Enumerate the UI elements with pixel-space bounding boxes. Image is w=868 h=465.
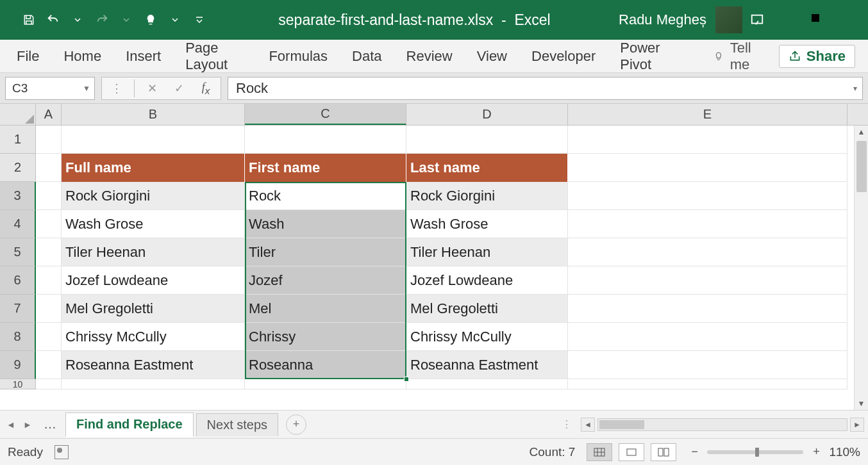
table-header-first-name[interactable]: First name [245, 154, 406, 182]
cell[interactable]: Jozef Lowdeane [406, 266, 568, 295]
tab-data[interactable]: Data [348, 44, 385, 69]
tab-file[interactable]: File [13, 44, 43, 69]
cell[interactable]: Chrissy McCully [406, 323, 568, 351]
redo-button[interactable] [91, 9, 113, 31]
cell[interactable] [62, 379, 245, 389]
cell[interactable] [36, 154, 62, 182]
sheet-tab-active[interactable]: Find and Replace [65, 412, 194, 437]
column-header-C[interactable]: C [245, 104, 406, 125]
new-sheet-button[interactable]: + [286, 414, 306, 435]
save-button[interactable] [18, 9, 40, 31]
tell-me[interactable]: Tell me [714, 40, 762, 73]
cell[interactable]: Mel [245, 295, 406, 323]
spreadsheet-grid[interactable]: A B C D E 1 2 Full name First name Last … [0, 104, 868, 410]
cell[interactable] [568, 238, 847, 266]
cell[interactable] [36, 210, 62, 238]
vertical-scrollbar[interactable]: ▲ ▼ [854, 126, 868, 410]
scroll-up-button[interactable]: ▲ [858, 126, 865, 138]
tab-power-pivot[interactable]: Power Pivot [616, 36, 680, 77]
cell[interactable]: Chrissy McCully [62, 323, 245, 351]
page-break-view-button[interactable] [651, 443, 676, 461]
tab-review[interactable]: Review [403, 44, 456, 69]
cell[interactable]: Chrissy [245, 323, 406, 351]
cell[interactable]: Roseanna Eastment [406, 351, 568, 379]
cell[interactable]: Roseanna Eastment [62, 351, 245, 379]
ideas-button[interactable] [140, 9, 162, 31]
zoom-out-button[interactable]: − [688, 446, 701, 459]
tab-formulas[interactable]: Formulas [265, 44, 331, 69]
cell[interactable] [568, 182, 847, 210]
minimize-button[interactable] [780, 13, 791, 27]
share-button[interactable]: Share [779, 45, 855, 68]
cell[interactable] [62, 126, 245, 154]
row-header[interactable]: 9 [0, 351, 36, 379]
redo-dropdown[interactable] [115, 9, 137, 31]
macro-record-icon[interactable] [54, 445, 69, 459]
cell[interactable] [568, 126, 847, 154]
enter-formula-button[interactable]: ✓ [167, 79, 191, 98]
cell[interactable] [568, 379, 847, 389]
page-layout-view-button[interactable] [619, 443, 644, 461]
ideas-dropdown[interactable] [164, 9, 186, 31]
cell[interactable] [406, 379, 568, 389]
undo-dropdown[interactable] [67, 9, 88, 31]
cell[interactable] [568, 323, 847, 351]
cell[interactable]: Wash [245, 210, 406, 238]
row-header[interactable]: 5 [0, 238, 36, 266]
name-box[interactable]: C3 ▼ [5, 77, 95, 100]
cell[interactable] [36, 323, 62, 351]
row-header[interactable]: 8 [0, 323, 36, 351]
cell[interactable]: Rock [245, 182, 406, 210]
cell[interactable] [406, 126, 568, 154]
cell[interactable]: Tiler Heenan [406, 238, 568, 266]
insert-function-button[interactable]: fx [194, 79, 218, 98]
cell[interactable] [36, 295, 62, 323]
zoom-level[interactable]: 110% [829, 445, 860, 459]
select-all-button[interactable] [0, 104, 36, 125]
customize-qat[interactable] [188, 9, 210, 31]
zoom-slider[interactable] [707, 450, 803, 454]
maximize-button[interactable] [810, 13, 821, 27]
cell[interactable]: Rock Giorgini [406, 182, 568, 210]
cell[interactable]: Roseanna [245, 351, 406, 379]
scroll-down-button[interactable]: ▼ [858, 397, 865, 410]
hscroll-right-button[interactable]: ► [850, 418, 864, 432]
cell[interactable] [36, 238, 62, 266]
scrollbar-thumb[interactable] [599, 420, 644, 429]
cell[interactable]: Jozef Lowdeane [62, 266, 245, 295]
normal-view-button[interactable] [587, 443, 612, 461]
column-header-E[interactable]: E [568, 104, 847, 125]
column-header-B[interactable]: B [62, 104, 245, 125]
cell[interactable] [36, 182, 62, 210]
column-header-A[interactable]: A [36, 104, 62, 125]
undo-button[interactable] [42, 9, 64, 31]
cell[interactable] [568, 295, 847, 323]
cell[interactable]: Tiler Heenan [62, 238, 245, 266]
tab-view[interactable]: View [473, 44, 511, 69]
expand-formula-bar[interactable]: ▾ [853, 84, 857, 93]
sheet-tab[interactable]: Next steps [196, 413, 278, 436]
row-header[interactable]: 10 [0, 379, 36, 389]
zoom-slider-thumb[interactable] [755, 448, 759, 457]
zoom-in-button[interactable]: + [810, 446, 822, 459]
scrollbar-thumb[interactable] [856, 141, 867, 192]
chevron-down-icon[interactable]: ▼ [83, 84, 90, 93]
cell[interactable] [568, 266, 847, 295]
row-header[interactable]: 2 [0, 154, 36, 182]
row-header[interactable]: 4 [0, 210, 36, 238]
account-area[interactable]: Radu Megheș [619, 6, 742, 33]
cell[interactable] [36, 126, 62, 154]
sheet-nav-more[interactable]: … [37, 417, 63, 432]
tab-insert[interactable]: Insert [122, 44, 165, 69]
table-header-last-name[interactable]: Last name [406, 154, 568, 182]
hscroll-left-button[interactable]: ◄ [581, 418, 595, 432]
tab-page-layout[interactable]: Page Layout [181, 36, 248, 77]
cell[interactable]: Rock Giorgini [62, 182, 245, 210]
ribbon-display-options[interactable] [746, 9, 768, 31]
cell[interactable]: Mel Gregoletti [406, 295, 568, 323]
cell[interactable]: Wash Grose [62, 210, 245, 238]
row-header[interactable]: 6 [0, 266, 36, 295]
cell[interactable]: Wash Grose [406, 210, 568, 238]
cell[interactable] [36, 266, 62, 295]
table-header-full-name[interactable]: Full name [62, 154, 245, 182]
